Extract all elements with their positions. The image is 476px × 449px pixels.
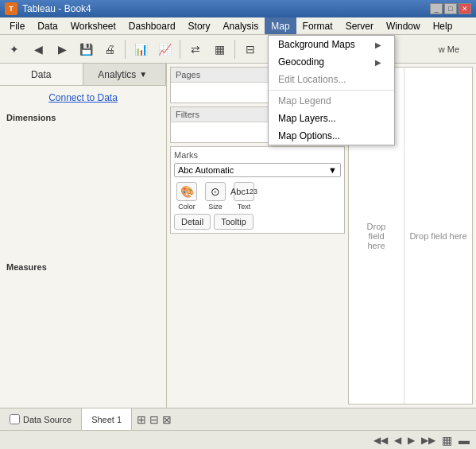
drop-text-right: Drop field here	[409, 231, 466, 241]
marks-size-btn[interactable]: ⊙ Size	[203, 182, 228, 211]
close-button[interactable]: ✕	[459, 3, 471, 14]
forward-button[interactable]: ▶	[51, 38, 73, 60]
marks-detail-row: Detail Tooltip	[174, 214, 341, 230]
measures-content	[0, 275, 166, 408]
tab-data-source[interactable]: Data Source	[0, 408, 82, 430]
dimensions-content	[0, 126, 166, 259]
nav-prev[interactable]: ◀	[393, 435, 403, 446]
chart-btn-2[interactable]: 📈	[153, 38, 176, 60]
text-icon: Abc123	[234, 182, 254, 201]
menu-help[interactable]: Help	[427, 17, 459, 34]
menu-server[interactable]: Server	[339, 17, 380, 34]
toolbar-separator-2	[180, 40, 180, 59]
drop-field-right: Drop field here	[404, 68, 472, 404]
title-bar: T Tableau - Book4 _ □ ✕	[0, 0, 476, 17]
marks-dropdown-arrow: ▼	[328, 165, 337, 175]
save-button[interactable]: 💾	[75, 38, 97, 60]
marks-icons-row: 🎨 Color ⊙ Size Abc123 Text	[174, 182, 341, 211]
status-bar: ◀◀ ◀ ▶ ▶▶ ▦ ▬	[0, 430, 476, 449]
add-story-icon[interactable]: ⊠	[162, 413, 172, 426]
menu-dashboard[interactable]: Dashboard	[122, 17, 182, 34]
chart-btn-1[interactable]: 📊	[130, 38, 152, 60]
marks-type-dropdown[interactable]: Abc Automatic ▼	[174, 163, 341, 177]
drop-text-left: Dropfieldhere	[367, 222, 386, 250]
swap-button[interactable]: ⇄	[184, 38, 207, 60]
size-label: Size	[208, 203, 223, 211]
new-button[interactable]: ✦	[3, 38, 25, 60]
data-source-checkbox[interactable]	[10, 414, 20, 424]
marks-tooltip-btn[interactable]: Tooltip	[214, 214, 253, 230]
menu-map[interactable]: Map	[265, 17, 296, 34]
nav-next[interactable]: ▶	[406, 435, 416, 446]
title-bar-buttons[interactable]: _ □ ✕	[430, 3, 471, 14]
size-icon: ⊙	[205, 182, 226, 201]
tab-action-icons: ⊞ ⊟ ⊠	[132, 408, 176, 430]
marks-detail-btn[interactable]: Detail	[174, 214, 211, 230]
layout-btn[interactable]: ▦	[208, 38, 230, 60]
measures-header: Measures	[0, 259, 166, 275]
marks-color-btn[interactable]: 🎨 Color	[174, 182, 199, 211]
view-grid-icon[interactable]: ▦	[440, 434, 454, 447]
menu-story[interactable]: Story	[182, 17, 217, 34]
sheet1-label: Sheet 1	[91, 415, 122, 424]
tab-sheet1[interactable]: Sheet 1	[82, 408, 132, 430]
data-source-label: Data Source	[23, 415, 72, 424]
maximize-button[interactable]: □	[444, 3, 457, 14]
back-button[interactable]: ◀	[27, 38, 49, 60]
menu-map-layers[interactable]: Map Layers...	[269, 110, 394, 127]
panel-tabs: Data Analytics ▼	[0, 64, 166, 86]
toolbar-separator-3	[234, 40, 235, 59]
filter-btn[interactable]: ⊟	[239, 38, 261, 60]
color-label: Color	[178, 203, 195, 211]
menu-geocoding[interactable]: Geocoding ▶	[269, 53, 394, 71]
title-bar-title: Tableau - Book4	[22, 3, 91, 14]
app-icon: T	[5, 2, 17, 15]
nav-last[interactable]: ▶▶	[420, 435, 437, 446]
menu-separator-1	[269, 90, 394, 91]
map-dropdown-menu: Background Maps ▶ Geocoding ▶ Edit Locat…	[268, 35, 395, 145]
show-me-button[interactable]: w Me	[425, 38, 473, 60]
tab-data[interactable]: Data	[0, 64, 83, 85]
menu-file[interactable]: File	[3, 17, 31, 34]
add-dashboard-icon[interactable]: ⊟	[149, 413, 159, 426]
menu-analysis[interactable]: Analysis	[217, 17, 265, 34]
dimensions-header: Dimensions	[0, 110, 166, 126]
menu-map-legend: Map Legend	[269, 92, 394, 110]
menu-window[interactable]: Window	[380, 17, 427, 34]
marks-text-btn[interactable]: Abc123 Text	[231, 182, 257, 211]
toolbar: ✦ ◀ ▶ 💾 🖨 📊 📈 ⇄ ▦ ⊟ ↻ w Me	[0, 35, 476, 64]
main-content: Data Analytics ▼ Connect to Data Dimensi…	[0, 64, 476, 408]
add-worksheet-icon[interactable]: ⊞	[137, 413, 146, 426]
menu-bar: File Data Worksheet Dashboard Story Anal…	[0, 17, 476, 35]
text-label: Text	[238, 203, 251, 211]
analytics-dropdown-arrow[interactable]: ▼	[136, 70, 150, 79]
menu-data[interactable]: Data	[31, 17, 64, 34]
connect-to-data-link[interactable]: Connect to Data	[0, 86, 166, 110]
menu-background-maps[interactable]: Background Maps ▶	[269, 36, 394, 53]
print-button[interactable]: 🖨	[99, 38, 121, 60]
nav-first[interactable]: ◀◀	[372, 435, 389, 446]
marks-label: Marks	[174, 150, 341, 160]
tab-analytics[interactable]: Analytics ▼	[83, 64, 167, 85]
bottom-tabs: Data Source Sheet 1 ⊞ ⊟ ⊠	[0, 408, 476, 430]
menu-map-options[interactable]: Map Options...	[269, 127, 394, 145]
menu-edit-locations: Edit Locations...	[269, 71, 394, 88]
color-icon: 🎨	[176, 182, 197, 201]
toolbar-separator-1	[125, 40, 126, 59]
submenu-arrow-geo: ▶	[375, 58, 381, 67]
minimize-button[interactable]: _	[430, 3, 443, 14]
submenu-arrow-bg: ▶	[375, 41, 381, 49]
menu-format[interactable]: Format	[296, 17, 339, 34]
view-list-icon[interactable]: ▬	[457, 434, 471, 447]
marks-area: Marks Abc Automatic ▼ 🎨 Color ⊙ Size	[170, 146, 345, 234]
marks-type-label: Abc Automatic	[178, 165, 234, 175]
menu-worksheet[interactable]: Worksheet	[64, 17, 122, 34]
left-panel: Data Analytics ▼ Connect to Data Dimensi…	[0, 64, 167, 408]
